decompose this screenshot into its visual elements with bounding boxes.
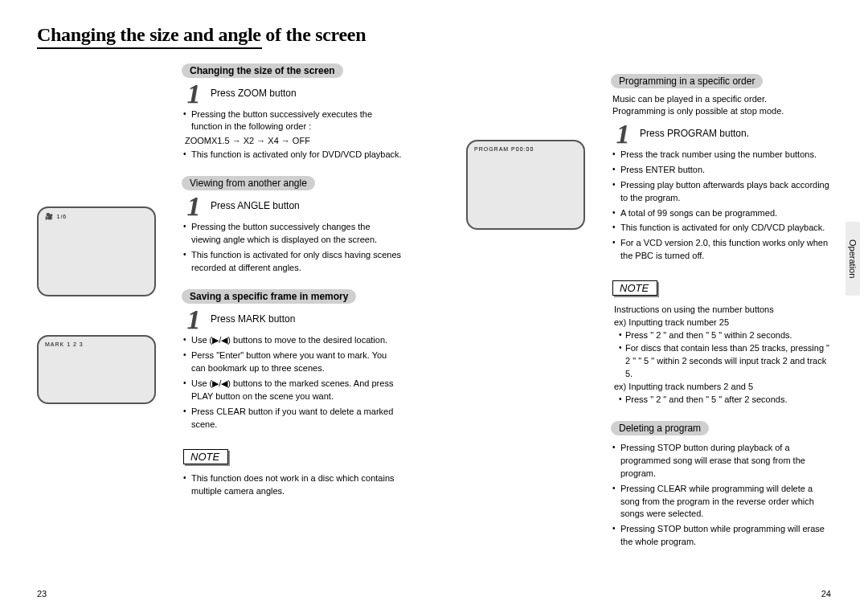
manual-spread: Changing the size and angle of the scree… [0,0,868,613]
program-bullet-1: Press the track number using the number … [612,149,831,161]
mark-step-text: Press MARK button [211,309,295,331]
left-screenshots-column: 🎥 1/6 MARK 1 2 3 [37,60,174,501]
mark-bullet-4: Press CLEAR button if you want to delete… [183,406,402,431]
mark-bullet-3: Use (▶/◀) buttons to the marked scenes. … [183,378,402,403]
program-intro-2: Programming is only possible at stop mod… [612,106,784,116]
note-left-bullets: This function does not work in a disc wh… [183,472,402,498]
step-number-1-icon: 1 [183,309,204,331]
zoom-section: Changing the size of the screen 1 Press … [183,60,402,162]
right-screenshots-column: PROGRAM P00:00 [466,71,603,560]
note-right-body: Instructions on using the number buttons… [612,304,831,407]
title-underline [37,47,262,49]
angle-bullets: Pressing the button successively changes… [183,221,402,275]
program-section: Programming in a specific order Music ca… [612,71,831,263]
delete-bullet-1: Pressing STOP button during playback of … [612,442,831,480]
note-right-ex1: ex) Inputting track number 25 [612,317,831,329]
note-right-ex1b: For discs that contain less than 25 trac… [612,342,831,381]
program-bullet-5: This function is activated for only CD/V… [612,222,831,235]
mark-screen-overlay: MARK 1 2 3 [45,341,84,347]
page-title: Changing the size and angle of the scree… [37,24,402,46]
camera-icon: 🎥 [45,213,54,220]
zoom-sequence: ZOOMX1.5 → X2 → X4 → OFF [185,136,402,145]
page-number-right: 24 [821,589,831,599]
note-label: NOTE [183,449,228,464]
program-screen-overlay: PROGRAM P00:00 [474,146,534,152]
note-right-section: NOTE Instructions on using the number bu… [612,274,831,407]
zoom-heading: Changing the size of the screen [182,63,343,78]
page-left: Changing the size and angle of the scree… [0,0,434,613]
angle-bullet-2: This function is activated for only disc… [183,249,402,275]
angle-screen-overlay: 🎥 1/6 [45,213,67,220]
note-right-ex1a: Press " 2 " and then " 5 " within 2 seco… [612,329,831,342]
angle-step-1: 1 Press ANGLE button [183,195,402,218]
program-screen-label: PROGRAM P00:00 [474,146,534,152]
page-number-left: 23 [37,589,47,599]
delete-heading: Deleting a program [611,421,709,435]
angle-section: Viewing from another angle 1 Press ANGLE… [183,173,402,275]
mark-section: Saving a specific frame in memory 1 Pres… [183,286,402,431]
note-left-bullet-1: This function does not work in a disc wh… [183,472,402,498]
angle-heading: Viewing from another angle [182,176,315,190]
left-content: 🎥 1/6 MARK 1 2 3 Changing the size of th… [37,60,402,501]
note-right-ex2: ex) Inputting track numbers 2 and 5 [612,381,831,394]
zoom-bullet-1: Pressing the button successively execute… [183,108,402,134]
step-number-1-icon: 1 [183,83,204,105]
note-right-label: NOTE [612,280,657,296]
mark-bullets: Use (▶/◀) buttons to move to the desired… [183,334,402,431]
program-bullet-3: Pressing play button afterwards plays ba… [612,179,831,205]
zoom-bullets: Pressing the button successively execute… [183,108,402,134]
program-intro: Music can be played in a specific order.… [612,93,831,118]
step-number-1-icon: 1 [612,123,633,145]
angle-bullet-1: Pressing the button successively changes… [183,221,402,247]
mark-screen-label: MARK 1 2 3 [45,341,84,347]
right-text-column: Programming in a specific order Music ca… [612,71,831,560]
delete-section: Deleting a program Pressing STOP button … [612,418,831,550]
angle-step-text: Press ANGLE button [211,195,300,218]
note-left-section: NOTE This function does not work in a di… [183,443,402,498]
program-bullet-6: For a VCD version 2.0, this function wor… [612,237,831,263]
mark-step-1: 1 Press MARK button [183,309,402,331]
zoom-step-1: 1 Press ZOOM button [183,83,402,105]
angle-screen: 🎥 1/6 [37,206,156,296]
program-intro-1: Music can be played in a specific order. [612,94,767,104]
section-tab: Operation [845,222,860,296]
note-right-ex2a: Press " 2 " and then " 5 " after 2 secon… [612,394,831,407]
program-step-1: 1 Press PROGRAM button. [612,123,831,145]
program-bullets: Press the track number using the number … [612,149,831,264]
program-step-text: Press PROGRAM button. [640,123,749,145]
left-text-column: Changing the size of the screen 1 Press … [183,60,402,501]
delete-bullet-2: Pressing CLEAR while programming will de… [612,483,831,521]
delete-bullet-3: Pressing STOP button while programming w… [612,523,831,549]
mark-bullet-1: Use (▶/◀) buttons to move to the desired… [183,334,402,347]
zoom-bullet-2: This function is activated only for DVD/… [183,149,402,161]
delete-bullets: Pressing STOP button during playback of … [612,442,831,550]
angle-screen-label: 1/6 [57,214,68,219]
mark-bullet-2: Perss "Enter" button where you want to m… [183,349,402,375]
page-right: PROGRAM P00:00 Programming in a specific… [434,0,868,613]
mark-heading: Saving a specific frame in memory [182,289,356,304]
note-right-intro: Instructions on using the number buttons [612,304,831,317]
program-heading: Programming in a specific order [611,74,763,88]
program-bullet-4: A total of 99 songs can be programmed. [612,207,831,220]
right-content: PROGRAM P00:00 Programming in a specific… [466,71,831,560]
zoom-step-text: Press ZOOM button [211,83,297,105]
zoom-bullets-2: This function is activated only for DVD/… [183,149,402,161]
program-bullet-2: Press ENTER button. [612,164,831,177]
step-number-1-icon: 1 [183,195,204,218]
mark-screen: MARK 1 2 3 [37,335,156,404]
program-screen: PROGRAM P00:00 [466,140,585,230]
